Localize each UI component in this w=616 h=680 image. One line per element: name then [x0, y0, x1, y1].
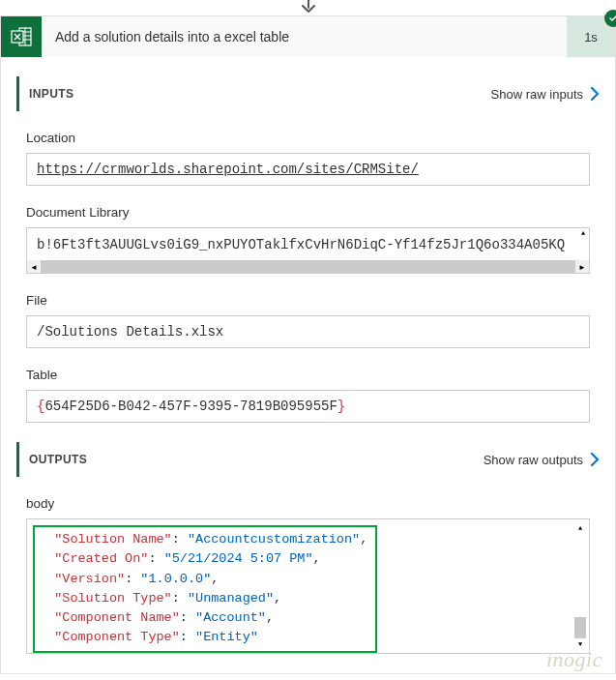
- outputs-section-header: OUTPUTS Show raw outputs: [16, 442, 600, 477]
- show-raw-inputs-link[interactable]: Show raw inputs: [491, 87, 600, 102]
- horizontal-scrollbar[interactable]: ◄ ►: [26, 260, 590, 274]
- scroll-up-icon[interactable]: ▲: [572, 520, 588, 536]
- scrollbar-track[interactable]: [41, 260, 575, 273]
- success-badge-icon: [604, 10, 616, 27]
- show-raw-outputs-link[interactable]: Show raw outputs: [484, 453, 600, 467]
- action-title: Add a solution details into a excel tabl…: [42, 16, 567, 57]
- chevron-right-icon: [591, 87, 600, 101]
- table-label: Table: [26, 368, 590, 382]
- show-raw-outputs-label: Show raw outputs: [484, 453, 583, 467]
- watermark: inogic: [546, 647, 602, 672]
- body-label: body: [26, 496, 600, 511]
- document-library-label: Document Library: [26, 205, 590, 220]
- show-raw-inputs-label: Show raw inputs: [491, 87, 583, 102]
- location-value[interactable]: https://crmworlds.sharepoint.com/sites/C…: [26, 153, 590, 186]
- body-output[interactable]: "Solution Name": "Accountcustomization",…: [26, 518, 590, 654]
- location-url: https://crmworlds.sharepoint.com/sites/C…: [37, 162, 579, 177]
- excel-icon: [1, 16, 42, 57]
- table-value[interactable]: {654F25D6-B042-457F-9395-7819B095955F}: [26, 390, 590, 423]
- inputs-section-header: INPUTS Show raw inputs: [16, 76, 600, 111]
- document-library-field: Document Library b!6Ft3ft3AUUGLvs0iG9_nx…: [16, 205, 600, 274]
- scroll-left-icon[interactable]: ◄: [27, 261, 41, 273]
- action-header[interactable]: Add a solution details into a excel tabl…: [1, 16, 615, 57]
- outputs-section: OUTPUTS Show raw outputs body "Solution …: [16, 442, 600, 654]
- document-library-value[interactable]: b!6Ft3ft3AUUGLvs0iG9_nxPUYOTaklfxCvHrN6D…: [26, 227, 590, 260]
- inputs-section: INPUTS Show raw inputs Location https://…: [16, 76, 600, 423]
- outputs-title: OUTPUTS: [29, 453, 484, 466]
- flow-arrow-down-icon: [299, 0, 318, 14]
- file-field: File /Solutions Details.xlsx: [16, 293, 600, 348]
- action-card: Add a solution details into a excel tabl…: [0, 15, 616, 674]
- location-label: Location: [26, 131, 590, 145]
- body-vertical-scrollbar[interactable]: ▲ ▼: [572, 520, 588, 652]
- location-field: Location https://crmworlds.sharepoint.co…: [16, 131, 600, 186]
- chevron-right-icon: [591, 453, 600, 466]
- file-value[interactable]: /Solutions Details.xlsx: [26, 315, 590, 348]
- table-field: Table {654F25D6-B042-457F-9395-7819B0959…: [16, 368, 600, 423]
- scroll-right-icon[interactable]: ►: [575, 261, 589, 273]
- scrollbar-thumb[interactable]: [574, 617, 586, 638]
- highlighted-json: "Solution Name": "Accountcustomization",…: [33, 525, 377, 653]
- file-label: File: [26, 293, 590, 308]
- inputs-title: INPUTS: [29, 87, 491, 101]
